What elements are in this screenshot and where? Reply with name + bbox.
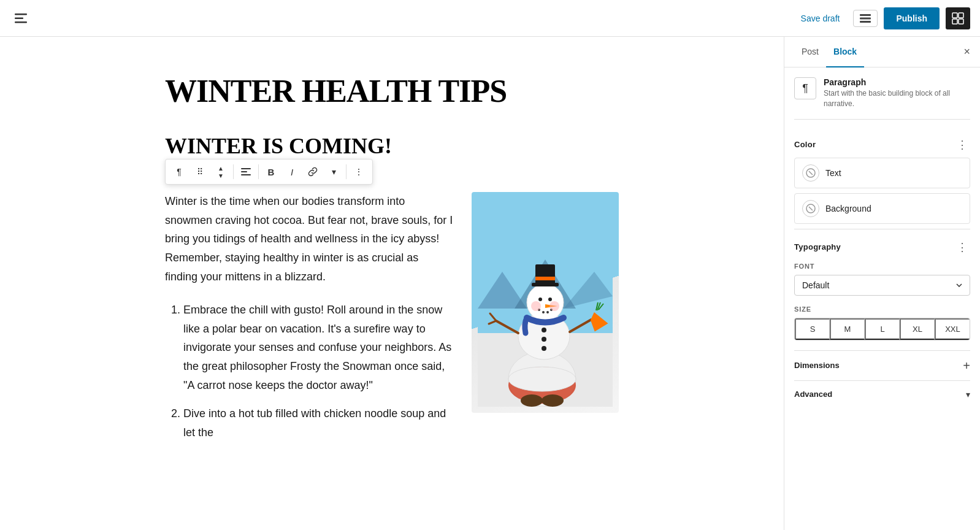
svg-point-29 [546, 311, 549, 313]
color-section-header[interactable]: Color ⋮ [794, 129, 970, 158]
color-options: Text Background [794, 158, 970, 224]
toolbar-divider-2 [258, 164, 259, 179]
block-title: Paragraph [824, 77, 970, 87]
toolbar-divider-3 [346, 164, 346, 179]
text-color-swatch [802, 164, 819, 182]
sidebar: Post Block × ¶ Paragraph Start with the … [784, 37, 980, 530]
size-m-button[interactable]: M [830, 318, 865, 340]
svg-rect-7 [959, 13, 963, 18]
svg-rect-12 [241, 174, 251, 175]
svg-point-44 [521, 394, 543, 407]
background-color-label: Background [825, 204, 871, 213]
more-options-dropdown-button[interactable]: ▾ [324, 162, 343, 182]
size-xxl-button[interactable]: XXL [935, 318, 970, 340]
size-label: SIZE [794, 305, 970, 313]
dimensions-header[interactable]: Dimensions + [794, 351, 970, 380]
svg-rect-1 [15, 17, 23, 19]
editor-scroll: WINTER HEALTH TIPS WINTER IS COMING! ¶ ⠿… [116, 37, 668, 488]
bold-button[interactable]: B [261, 162, 281, 182]
svg-point-20 [527, 284, 564, 321]
intro-paragraph[interactable]: Winter is the time when our bodies trans… [165, 192, 453, 286]
svg-rect-0 [15, 13, 27, 15]
svg-rect-6 [952, 13, 957, 18]
view-mode-button[interactable] [853, 10, 878, 27]
svg-rect-23 [535, 277, 555, 280]
dimensions-add-button[interactable]: + [963, 359, 970, 372]
toolbar-divider-1 [233, 164, 234, 179]
save-draft-button[interactable]: Save draft [794, 9, 848, 28]
snowman-image [472, 192, 619, 413]
sidebar-content: ¶ Paragraph Start with the basic buildin… [784, 67, 980, 418]
svg-point-45 [542, 394, 564, 407]
svg-point-31 [542, 328, 546, 332]
svg-rect-8 [952, 19, 957, 24]
typography-label: Typography [794, 242, 841, 252]
sidebar-close-button[interactable]: × [963, 37, 970, 67]
svg-line-49 [809, 171, 813, 175]
svg-point-25 [548, 298, 552, 301]
italic-button[interactable]: I [282, 162, 302, 182]
svg-point-46 [531, 301, 541, 311]
drag-handle-button[interactable]: ⠿ [190, 162, 210, 182]
svg-rect-4 [860, 17, 871, 19]
align-button[interactable] [236, 162, 256, 182]
block-info: Paragraph Start with the basic building … [824, 77, 970, 109]
tab-post[interactable]: Post [794, 37, 826, 67]
move-button[interactable]: ▲▼ [211, 162, 231, 182]
background-color-option[interactable]: Background [794, 193, 970, 224]
inline-toolbar: ¶ ⠿ ▲▼ B I [165, 159, 373, 185]
topbar-right: Save draft Publish [794, 7, 970, 29]
publish-button[interactable]: Publish [884, 7, 940, 29]
background-color-swatch [802, 200, 819, 217]
advanced-label: Advanced [794, 390, 832, 399]
advanced-header[interactable]: Advanced ▾ [794, 381, 970, 408]
size-s-button[interactable]: S [795, 318, 830, 340]
size-options: S M L XL XXL [794, 318, 970, 340]
link-button[interactable] [303, 162, 323, 182]
section-heading[interactable]: WINTER IS COMING! [165, 133, 619, 159]
view-toggle-button[interactable] [946, 7, 970, 29]
text-color-option[interactable]: Text [794, 158, 970, 188]
svg-rect-22 [535, 264, 555, 285]
topbar-left [10, 9, 32, 28]
svg-point-47 [549, 301, 559, 311]
svg-point-32 [542, 337, 546, 342]
main-area: WINTER HEALTH TIPS WINTER IS COMING! ¶ ⠿… [0, 37, 980, 530]
topbar: Save draft Publish [0, 0, 980, 37]
svg-rect-11 [241, 171, 247, 172]
menu-toggle-button[interactable] [10, 9, 32, 28]
sidebar-tabs: Post Block × [784, 37, 980, 67]
typography-more-button[interactable]: ⋮ [954, 240, 970, 254]
block-header: ¶ Paragraph Start with the basic buildin… [794, 77, 970, 120]
content-row: Winter is the time when our bodies trans… [165, 192, 619, 451]
tab-block[interactable]: Block [826, 37, 864, 67]
editor-area[interactable]: WINTER HEALTH TIPS WINTER IS COMING! ¶ ⠿… [0, 37, 784, 530]
size-l-button[interactable]: L [865, 318, 900, 340]
block-description: Start with the basic building block of a… [824, 88, 970, 109]
text-color-label: Text [825, 168, 841, 178]
section-heading-container: WINTER IS COMING! [165, 133, 619, 159]
font-select[interactable]: Default Arial Georgia Helvetica [794, 275, 970, 296]
svg-rect-10 [241, 168, 251, 169]
typography-section: Typography ⋮ FONT Default Arial Georgia … [794, 229, 970, 340]
advanced-chevron-button[interactable]: ▾ [966, 390, 970, 399]
dimensions-label: Dimensions [794, 361, 840, 370]
content-text: Winter is the time when our bodies trans… [165, 192, 453, 451]
advanced-section: Advanced ▾ [794, 380, 970, 408]
typography-section-header[interactable]: Typography ⋮ [794, 232, 970, 260]
paragraph-type-button[interactable]: ¶ [169, 162, 189, 182]
svg-point-33 [542, 346, 546, 351]
svg-point-24 [538, 298, 542, 301]
post-title[interactable]: WINTER HEALTH TIPS [165, 74, 619, 109]
svg-rect-9 [959, 19, 963, 24]
size-xl-button[interactable]: XL [900, 318, 935, 340]
svg-point-43 [508, 367, 576, 391]
block-options-button[interactable]: ⋮ [349, 162, 369, 182]
list-item-2[interactable]: Dive into a hot tub filled with chicken … [183, 404, 453, 442]
color-section-label: Color [794, 140, 816, 149]
dimensions-section: Dimensions + [794, 350, 970, 380]
color-more-button[interactable]: ⋮ [954, 138, 970, 152]
list-item-1[interactable]: Embrace the chill with gusto! Roll aroun… [183, 301, 453, 394]
svg-rect-3 [860, 14, 871, 16]
font-label: FONT [794, 263, 970, 270]
